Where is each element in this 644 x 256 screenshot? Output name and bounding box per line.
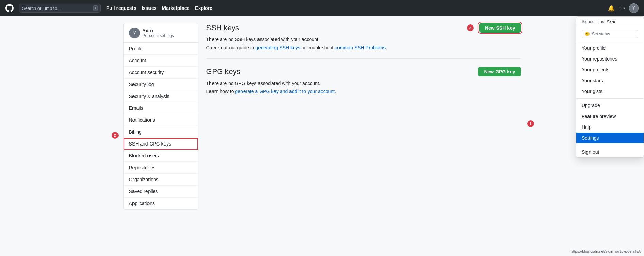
gpg-section: GPG keys New GPG key There are no GPG ke… xyxy=(206,67,521,94)
new-ssh-key-button[interactable]: New SSH key xyxy=(479,23,521,33)
dropdown-divider-2 xyxy=(576,98,644,99)
annotation-1: 1 xyxy=(527,120,534,127)
dropdown-item-upgrade[interactable]: Upgrade xyxy=(576,100,644,111)
new-gpg-key-button[interactable]: New GPG key xyxy=(478,67,521,76)
ssh-section: SSH keys 3 New SSH key There are no SSH … xyxy=(206,23,521,50)
sidebar-subtitle: Personal settings xyxy=(143,33,174,38)
plus-icon: + xyxy=(619,5,623,12)
dropdown-item-gists-label: Your gists xyxy=(582,89,602,94)
nav-explore[interactable]: Explore xyxy=(195,5,212,11)
sidebar-nav: Profile Account Account security Securit… xyxy=(124,43,198,209)
sidebar-item-repositories[interactable]: Repositories xyxy=(124,162,198,174)
annotation-2-wrapper: 2 xyxy=(112,132,121,139)
main-content: SSH keys 3 New SSH key There are no SSH … xyxy=(206,23,521,94)
annotation-3: 3 xyxy=(467,24,474,31)
topnav-links: Pull requests Issues Marketplace Explore xyxy=(106,5,213,11)
dropdown-item-repositories[interactable]: Your repositories xyxy=(576,53,644,64)
ssh-empty-msg: There are no SSH keys associated with yo… xyxy=(206,37,521,42)
gpg-guide-prefix: Learn how to xyxy=(206,89,235,94)
set-status-label: Set status xyxy=(592,32,610,36)
ssh-guide-prefix: Check out our guide to xyxy=(206,45,256,50)
main-layout: 2 Y Yx-u Personal settings Profile Accou… xyxy=(118,16,527,217)
sidebar-item-notifications[interactable]: Notifications xyxy=(124,114,198,126)
section-divider xyxy=(206,58,521,59)
bell-icon: 🔔 xyxy=(608,5,615,12)
ssh-section-header: SSH keys 3 New SSH key xyxy=(206,23,521,33)
sidebar-user-info: Yx-u Personal settings xyxy=(143,28,174,38)
dropdown-item-profile-label: Your profile xyxy=(582,45,606,51)
new-item-btn[interactable]: + ▾ xyxy=(619,5,625,12)
dropdown-item-stars-label: Your stars xyxy=(582,78,603,83)
sidebar-item-security-log[interactable]: Security log xyxy=(124,79,198,90)
sidebar-item-emails[interactable]: Emails xyxy=(124,102,198,114)
sidebar-item-billing[interactable]: Billing xyxy=(124,126,198,138)
dropdown-item-repositories-label: Your repositories xyxy=(582,56,617,62)
dropdown-item-signout-label: Sign out xyxy=(582,149,599,155)
user-avatar-btn[interactable]: Y xyxy=(629,3,639,13)
gpg-title: GPG keys xyxy=(206,67,240,76)
sidebar-item-ssh-gpg-keys[interactable]: SSH and GPG keys xyxy=(124,138,198,150)
sidebar-item-saved-replies[interactable]: Saved replies xyxy=(124,186,198,198)
dropdown-item-settings-label: Settings xyxy=(582,135,599,141)
annotation-1-wrapper: 1 xyxy=(527,120,536,127)
dropdown-item-help-label: Help xyxy=(582,124,592,130)
user-dropdown-menu: Signed in as Yx-u 🙂 Set status Your prof… xyxy=(576,16,644,158)
ssh-guide-link1[interactable]: generating SSH keys xyxy=(255,45,300,50)
dropdown-item-signout[interactable]: Sign out xyxy=(576,147,644,157)
topnav-right: 🔔 + ▾ Y xyxy=(608,3,639,13)
dropdown-item-settings[interactable]: Settings xyxy=(576,133,644,143)
topnav: Search or jump to... / Pull requests Iss… xyxy=(0,0,644,16)
dropdown-item-gists[interactable]: Your gists xyxy=(576,86,644,97)
dropdown-divider-1 xyxy=(576,41,644,41)
dropdown-item-projects[interactable]: Your projects xyxy=(576,64,644,75)
dropdown-divider-3 xyxy=(576,145,644,145)
set-status-button[interactable]: 🙂 Set status xyxy=(582,30,638,38)
sidebar-item-organizations[interactable]: Organizations xyxy=(124,174,198,186)
nav-marketplace[interactable]: Marketplace xyxy=(162,5,190,11)
ssh-guide-link2[interactable]: common SSH Problems xyxy=(335,45,386,50)
dropdown-item-help[interactable]: Help xyxy=(576,122,644,133)
dropdown-item-profile[interactable]: Your profile xyxy=(576,42,644,53)
search-shortcut: / xyxy=(93,5,98,11)
sidebar-item-account-security[interactable]: Account security xyxy=(124,67,198,79)
dropdown-item-feature-preview-label: Feature preview xyxy=(582,114,616,119)
ssh-guide-mid: or troubleshoot xyxy=(302,45,335,50)
ssh-title: SSH keys xyxy=(206,23,239,32)
settings-sidebar: Y Yx-u Personal settings Profile Account… xyxy=(123,23,198,210)
search-text: Search or jump to... xyxy=(22,6,91,11)
annotation-2: 2 xyxy=(112,132,119,139)
gpg-section-header: GPG keys New GPG key xyxy=(206,67,521,76)
smiley-icon: 🙂 xyxy=(585,32,590,36)
avatar-initial: Y xyxy=(632,6,635,11)
dropdown-item-feature-preview[interactable]: Feature preview xyxy=(576,111,644,122)
sidebar-username: Yx-u xyxy=(143,28,174,33)
sidebar-user-section: Y Yx-u Personal settings xyxy=(124,23,198,43)
gpg-empty-msg: There are no GPG keys associated with yo… xyxy=(206,81,521,86)
ssh-guide-line: Check out our guide to generating SSH ke… xyxy=(206,45,521,50)
gpg-guide-link[interactable]: generate a GPG key and add it to your ac… xyxy=(235,89,335,94)
dropdown-item-stars[interactable]: Your stars xyxy=(576,75,644,86)
signed-in-label: Signed in as xyxy=(582,19,604,24)
dropdown-username: Yx-u xyxy=(607,19,615,24)
nav-issues[interactable]: Issues xyxy=(142,5,157,11)
sidebar-item-security-analysis[interactable]: Security & analysis xyxy=(124,90,198,102)
sidebar-avatar: Y xyxy=(129,28,140,38)
search-box[interactable]: Search or jump to... / xyxy=(19,4,101,13)
dropdown-item-upgrade-label: Upgrade xyxy=(582,103,600,108)
sidebar-item-profile[interactable]: Profile xyxy=(124,43,198,55)
chevron-down-icon: ▾ xyxy=(623,6,625,10)
sidebar-item-blocked-users[interactable]: Blocked users xyxy=(124,150,198,162)
notifications-icon-btn[interactable]: 🔔 xyxy=(608,5,615,12)
dropdown-item-projects-label: Your projects xyxy=(582,67,609,72)
nav-pull-requests[interactable]: Pull requests xyxy=(106,5,136,11)
sidebar-item-applications[interactable]: Applications xyxy=(124,198,198,209)
github-logo[interactable] xyxy=(5,4,14,12)
gpg-guide-line: Learn how to generate a GPG key and add … xyxy=(206,89,521,94)
dropdown-header: Signed in as Yx-u xyxy=(576,17,644,27)
sidebar-item-account[interactable]: Account xyxy=(124,55,198,67)
